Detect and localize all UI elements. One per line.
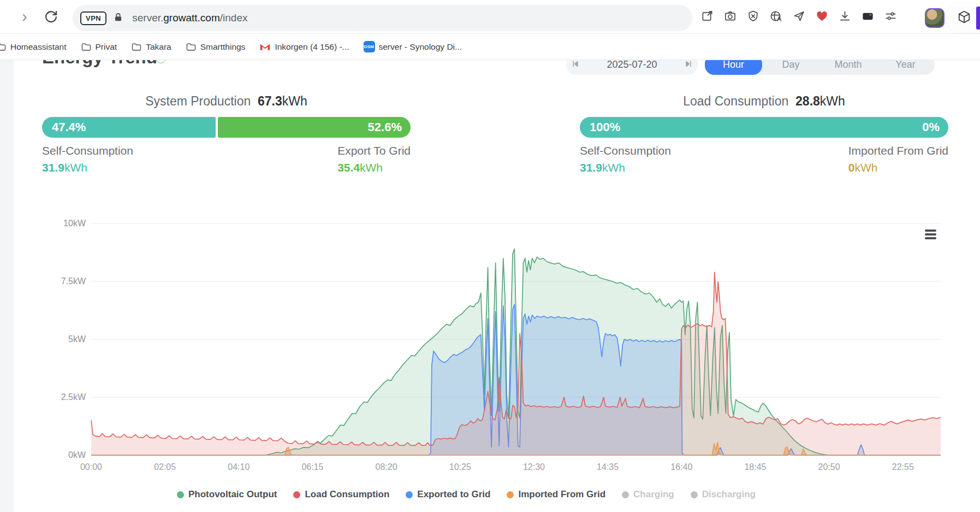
- legend-item[interactable]: Exported to Grid: [406, 489, 490, 500]
- bookmark-label: server - Synology Di...: [379, 42, 462, 52]
- bookmark-item[interactable]: Takara: [131, 42, 171, 52]
- legend-dot-icon: [177, 491, 184, 498]
- extension-icons: [701, 10, 897, 25]
- address-bar[interactable]: VPN server.growatt.com/index: [73, 5, 692, 31]
- legend-item[interactable]: Photovoltaic Output: [177, 489, 277, 500]
- download-icon[interactable]: [839, 10, 851, 25]
- camera-icon[interactable]: [724, 10, 737, 25]
- date-value[interactable]: 2025-07-20: [607, 59, 657, 70]
- bookmarks-bar: HomeassistantPrivatTakaraSmartthingsInko…: [0, 34, 980, 60]
- bookmark-label: Privat: [96, 42, 117, 52]
- sidebar-cube-icon[interactable]: [957, 10, 971, 26]
- folder-icon: [186, 42, 197, 52]
- vpn-badge[interactable]: VPN: [80, 11, 106, 25]
- legend-dot-icon: [622, 491, 629, 498]
- legend-label: Discharging: [702, 489, 756, 500]
- bookmark-item[interactable]: Homeassistant: [0, 42, 67, 52]
- legend-item[interactable]: Charging: [622, 489, 674, 500]
- legend-dot-icon: [507, 491, 514, 498]
- legend-dot-icon: [691, 491, 698, 498]
- legend-label: Load Consumption: [305, 489, 389, 500]
- bookmark-label: Homeassistant: [10, 42, 67, 52]
- profile-avatar[interactable]: [925, 8, 945, 28]
- bookmark-item[interactable]: Privat: [81, 42, 117, 52]
- legend-item[interactable]: Load Consumption: [293, 489, 389, 500]
- dsm-icon: DSM: [364, 41, 375, 52]
- browser-toolbar: ‹ › VPN server.growatt.com/index: [0, 0, 980, 34]
- send-icon[interactable]: [793, 10, 805, 25]
- legend-item[interactable]: Discharging: [691, 489, 756, 500]
- tune-sliders-icon[interactable]: [884, 10, 897, 25]
- folder-icon: [81, 42, 92, 52]
- lock-icon[interactable]: [113, 12, 123, 25]
- energy-trend-chart[interactable]: [0, 0, 980, 512]
- bookmark-item[interactable]: Smartthings: [186, 42, 246, 52]
- legend-label: Imported From Grid: [518, 489, 605, 500]
- bookmark-label: Inkorgen (4 156) -...: [275, 42, 349, 52]
- bookmark-item[interactable]: DSMserver - Synology Di...: [364, 41, 462, 52]
- legend-label: Photovoltaic Output: [188, 489, 277, 500]
- bookmark-item[interactable]: Inkorgen (4 156) -...: [259, 41, 349, 52]
- legend-dot-icon: [293, 491, 300, 498]
- date-next-icon[interactable]: [679, 59, 698, 71]
- sidebar-accent-strip: [976, 7, 980, 30]
- annotate-share-icon[interactable]: [701, 10, 714, 25]
- translate-icon[interactable]: [770, 10, 782, 25]
- legend-dot-icon: [406, 491, 413, 498]
- bookmark-label: Smartthings: [200, 42, 246, 52]
- reload-icon[interactable]: [44, 9, 58, 26]
- date-prev-icon[interactable]: [566, 59, 585, 71]
- favorites-heart-icon[interactable]: [816, 10, 828, 25]
- chart-menu-icon[interactable]: [925, 229, 936, 239]
- url-text[interactable]: server.growatt.com/index: [132, 12, 247, 24]
- page-left-gutter: [0, 60, 14, 512]
- chart-legend: Photovoltaic OutputLoad ConsumptionExpor…: [177, 489, 756, 500]
- legend-item[interactable]: Imported From Grid: [507, 489, 605, 500]
- folder-icon: [0, 42, 7, 52]
- legend-label: Charging: [633, 489, 674, 500]
- tab-preview-icon[interactable]: [862, 10, 874, 25]
- gmail-icon: [259, 41, 271, 52]
- forward-icon[interactable]: ›: [22, 7, 27, 26]
- shield-block-icon[interactable]: [747, 10, 759, 25]
- folder-icon: [131, 42, 142, 52]
- bookmark-label: Takara: [146, 42, 171, 52]
- legend-label: Exported to Grid: [417, 489, 490, 500]
